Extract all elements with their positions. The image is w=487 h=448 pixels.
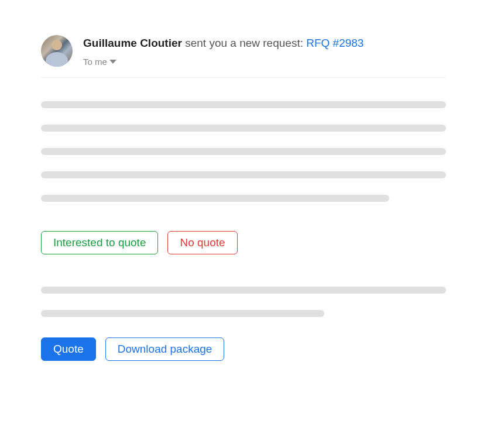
placeholder-text-line xyxy=(41,171,446,178)
request-link[interactable]: RFQ #2983 xyxy=(306,37,363,49)
placeholder-text-line xyxy=(41,287,446,294)
email-body-section-1 xyxy=(41,101,446,202)
action-button-row: Quote Download package xyxy=(41,337,446,361)
sender-name: Guillaume Cloutier xyxy=(83,37,182,49)
chevron-down-icon xyxy=(109,60,116,64)
placeholder-text-line xyxy=(41,310,324,317)
avatar xyxy=(41,35,73,67)
quote-button[interactable]: Quote xyxy=(41,337,96,361)
download-package-button[interactable]: Download package xyxy=(105,337,225,361)
recipient-dropdown[interactable]: To me xyxy=(83,57,446,67)
header-text: Guillaume Cloutier sent you a new reques… xyxy=(83,35,446,67)
placeholder-text-line xyxy=(41,195,389,202)
interested-to-quote-button[interactable]: Interested to quote xyxy=(41,231,158,254)
to-label: To me xyxy=(83,57,107,67)
no-quote-button[interactable]: No quote xyxy=(167,231,237,254)
email-body-section-2 xyxy=(41,287,446,317)
placeholder-text-line xyxy=(41,125,446,132)
subject-suffix: sent you a new request: xyxy=(182,37,306,49)
email-header: Guillaume Cloutier sent you a new reques… xyxy=(41,35,446,78)
placeholder-text-line xyxy=(41,101,446,108)
response-button-row: Interested to quote No quote xyxy=(41,231,446,254)
placeholder-text-line xyxy=(41,148,446,155)
subject-line: Guillaume Cloutier sent you a new reques… xyxy=(83,36,446,51)
